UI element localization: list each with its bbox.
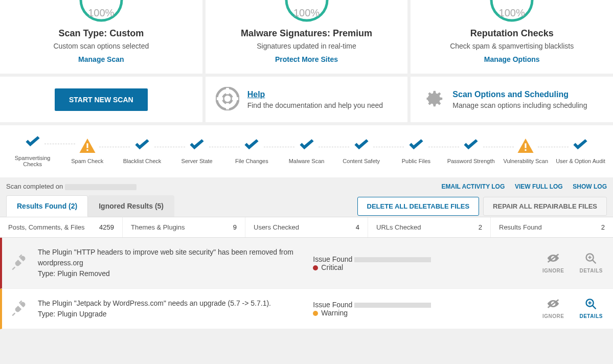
check-item: Content Safety <box>334 139 389 164</box>
stat-label: Users Checked <box>254 223 299 231</box>
delete-all-button[interactable]: DELETE ALL DELETABLE FILES <box>357 197 480 216</box>
progress-ring-icon: 100% <box>489 0 535 23</box>
checkmark-icon <box>224 139 279 153</box>
check-label: Spam Check <box>60 158 115 164</box>
scan-type-desc: Custom scan options selected <box>10 42 192 50</box>
progress-pct: 100% <box>78 7 124 19</box>
tab-results-found[interactable]: Results Found (2) <box>6 195 88 217</box>
redacted-text <box>354 303 431 308</box>
help-cell[interactable]: Help Find the documentation and help you… <box>206 77 408 122</box>
check-label: Spamvertising Checks <box>5 155 60 167</box>
scan-type-title: Scan Type: Custom <box>10 28 192 39</box>
tab-ignored-results[interactable]: Ignored Results (5) <box>88 195 174 217</box>
issue-row: The Plugin "HTTP headers to improve web … <box>0 238 613 289</box>
check-label: Malware Scan <box>279 158 334 164</box>
check-item: Spam Check <box>60 139 115 164</box>
ignore-button[interactable]: IGNORE <box>542 298 564 320</box>
scan-options-cell[interactable]: Scan Options and Scheduling Manage scan … <box>411 77 613 122</box>
stat-cell: URLs Checked2 <box>368 217 491 237</box>
details-button[interactable]: DETAILS <box>579 253 603 274</box>
start-scan-cell: START NEW SCAN <box>0 77 202 122</box>
check-item: File Changes <box>224 139 279 164</box>
stat-value: 4259 <box>99 223 114 231</box>
repair-all-button[interactable]: REPAIR ALL REPAIRABLE FILES <box>483 197 607 216</box>
check-label: Blacklist Check <box>115 158 169 164</box>
svg-line-24 <box>593 306 596 309</box>
progress-ring-icon: 100% <box>284 0 330 23</box>
stat-label: Themes & Plugins <box>131 223 185 231</box>
manage-options-link[interactable]: Manage Options <box>421 55 603 63</box>
show-log-link[interactable]: SHOW LOG <box>573 183 607 190</box>
warning-icon <box>60 139 115 153</box>
checkmark-icon <box>334 139 389 153</box>
start-new-scan-button[interactable]: START NEW SCAN <box>55 88 148 111</box>
check-label: Server State <box>170 158 224 164</box>
malware-sig-title: Malware Signatures: Premium <box>216 28 398 39</box>
ignore-button[interactable]: IGNORE <box>542 253 564 274</box>
stat-cell: Results Found2 <box>491 217 613 237</box>
scan-completed-text: Scan completed on <box>6 183 137 190</box>
check-label: User & Option Audit <box>553 158 608 164</box>
check-item: Vulnerability Scan <box>498 139 553 164</box>
check-label: Public Files <box>389 158 443 164</box>
status-cards-row: 100% Scan Type: Custom Custom scan optio… <box>0 0 613 74</box>
issue-meta: Issue Found Warning <box>313 301 542 317</box>
protect-sites-link[interactable]: Protect More Sites <box>216 55 398 63</box>
manage-scan-link[interactable]: Manage Scan <box>10 55 192 63</box>
checkmark-icon <box>444 139 498 153</box>
tabs-row: Results Found (2) Ignored Results (5) DE… <box>0 195 613 217</box>
scan-checks-row: Spamvertising ChecksSpam CheckBlacklist … <box>0 125 613 177</box>
progress-pct: 100% <box>489 7 535 19</box>
check-label: Vulnerability Scan <box>498 158 553 164</box>
scan-type-card: 100% Scan Type: Custom Custom scan optio… <box>0 0 202 74</box>
warning-icon <box>498 139 553 153</box>
svg-rect-10 <box>86 149 88 151</box>
progress-pct: 100% <box>284 7 330 19</box>
reputation-desc: Check spam & spamvertising blacklists <box>421 42 603 50</box>
malware-sig-card: 100% Malware Signatures: Premium Signatu… <box>206 0 408 74</box>
checkmark-icon <box>553 139 608 153</box>
scan-options-title: Scan Options and Scheduling <box>452 90 587 99</box>
plug-icon <box>10 254 28 272</box>
stat-value: 2 <box>479 223 482 231</box>
status-bar: Scan completed on EMAIL ACTIVITY LOG VIE… <box>0 177 613 195</box>
stat-label: URLs Checked <box>376 223 421 231</box>
stat-label: Posts, Comments, & Files <box>8 223 85 231</box>
checkmark-icon <box>389 139 443 153</box>
checkmark-icon <box>170 139 224 153</box>
svg-line-17 <box>593 260 596 263</box>
progress-ring-icon: 100% <box>78 0 124 23</box>
stat-label: Results Found <box>499 223 542 231</box>
check-item: Public Files <box>389 139 443 164</box>
stat-value: 9 <box>233 223 237 231</box>
details-button[interactable]: DETAILS <box>579 298 603 320</box>
svg-rect-12 <box>525 149 527 151</box>
checkmark-icon <box>5 135 60 150</box>
check-item: Malware Scan <box>279 139 334 164</box>
check-item: User & Option Audit <box>553 139 608 164</box>
check-item: Spamvertising Checks <box>5 135 60 167</box>
check-item: Password Strength <box>444 139 498 164</box>
check-item: Server State <box>170 139 224 164</box>
lifebuoy-icon <box>216 87 239 112</box>
svg-point-4 <box>223 94 232 103</box>
check-label: Password Strength <box>444 158 498 164</box>
email-activity-log-link[interactable]: EMAIL ACTIVITY LOG <box>442 183 505 190</box>
reputation-card: 100% Reputation Checks Check spam & spam… <box>411 0 613 74</box>
stat-value: 2 <box>601 223 605 231</box>
severity-dot-icon <box>313 265 318 270</box>
checkmark-icon <box>115 139 169 153</box>
help-title: Help <box>247 90 383 99</box>
stat-value: 4 <box>356 223 359 231</box>
issue-description: The Plugin "HTTP headers to improve web … <box>38 247 313 279</box>
malware-sig-desc: Signatures updated in real-time <box>216 42 398 50</box>
issues-list: The Plugin "HTTP headers to improve web … <box>0 238 613 329</box>
issue-row: The Plugin "Jetpack by WordPress.com" ne… <box>0 289 613 329</box>
checkmark-icon <box>279 139 334 153</box>
reputation-title: Reputation Checks <box>421 28 603 39</box>
view-full-log-link[interactable]: VIEW FULL LOG <box>515 183 563 190</box>
action-row: START NEW SCAN Help Find the documentati… <box>0 77 613 122</box>
help-desc: Find the documentation and help you need <box>247 101 383 109</box>
stat-cell: Themes & Plugins9 <box>123 217 245 237</box>
svg-rect-9 <box>86 143 88 148</box>
